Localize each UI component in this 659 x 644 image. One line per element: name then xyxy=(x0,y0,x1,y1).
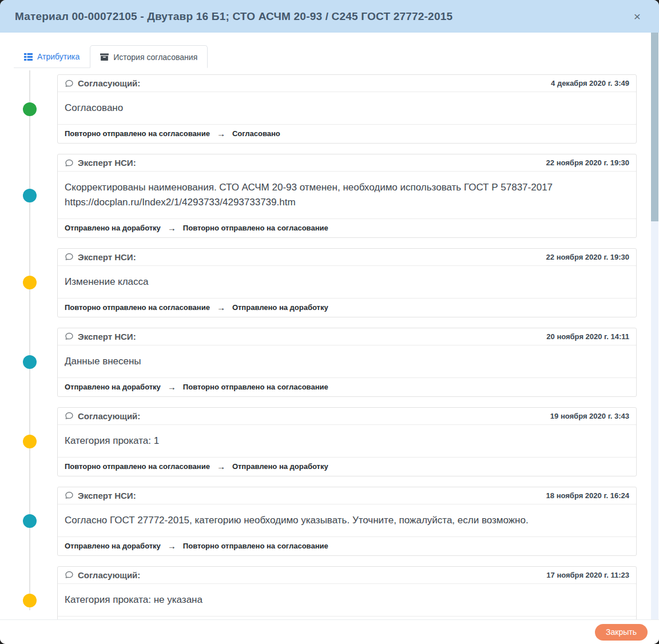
list-icon xyxy=(24,53,33,61)
status-to: Повторно отправлено на согласование xyxy=(183,542,328,550)
role-text: Эксперт НСИ: xyxy=(78,158,136,168)
tab-attributes[interactable]: Атрибутика xyxy=(14,45,90,67)
history-card: Согласующий: 19 ноября 2020 г. 3:43 Кате… xyxy=(57,407,637,476)
comment-icon xyxy=(65,570,74,579)
timestamp: 22 ноября 2020 г. 19:30 xyxy=(546,253,629,261)
scrollbar-thumb[interactable] xyxy=(651,33,658,221)
history-entry: Эксперт НСИ: 22 ноября 2020 г. 19:30 Ско… xyxy=(57,154,637,238)
history-entry: Согласующий: 4 декабря 2020 г. 3:49 Согл… xyxy=(57,74,637,144)
comment-icon xyxy=(65,332,74,341)
status-from: Отправлено на доработку xyxy=(65,383,161,391)
card-header: Эксперт НСИ: 22 ноября 2020 г. 19:30 xyxy=(58,249,636,266)
history-entries: Согласующий: 4 декабря 2020 г. 3:49 Согл… xyxy=(57,74,637,619)
comment-text: Изменение класса xyxy=(58,266,636,298)
role-label: Эксперт НСИ: xyxy=(65,252,136,262)
modal-footer: Закрыть xyxy=(0,619,659,644)
arrow-right-icon: → xyxy=(217,462,225,471)
card-header: Согласующий: 17 ноября 2020 г. 11:23 xyxy=(58,567,636,584)
arrow-right-icon: → xyxy=(217,303,225,312)
comment-icon xyxy=(65,411,74,420)
history-entry: Эксперт НСИ: 18 ноября 2020 г. 16:24 Сог… xyxy=(57,487,637,556)
history-card: Согласующий: 17 ноября 2020 г. 11:23 Кат… xyxy=(57,566,637,619)
comment-text: Категория проката: не указана xyxy=(58,584,636,616)
history-entry: Эксперт НСИ: 22 ноября 2020 г. 19:30 Изм… xyxy=(57,248,637,317)
history-card: Эксперт НСИ: 22 ноября 2020 г. 19:30 Изм… xyxy=(57,248,637,317)
history-timeline: Согласующий: 4 декабря 2020 г. 3:49 Согл… xyxy=(0,68,659,619)
status-dot xyxy=(23,189,37,202)
history-card: Согласующий: 4 декабря 2020 г. 3:49 Согл… xyxy=(57,74,637,144)
history-entry: Согласующий: 17 ноября 2020 г. 11:23 Кат… xyxy=(57,566,637,619)
timestamp: 20 ноября 2020 г. 14:11 xyxy=(546,332,629,341)
arrow-right-icon: → xyxy=(217,129,225,138)
comment-text: Категория проката: 1 xyxy=(58,425,636,457)
role-text: Согласующий: xyxy=(78,411,140,421)
timestamp: 18 ноября 2020 г. 16:24 xyxy=(546,491,629,500)
modal-header: Материал 00-00072105 - Двутавр 16 Б1; СТ… xyxy=(0,0,659,33)
status-from: Повторно отправлено на согласование xyxy=(65,462,210,471)
timestamp: 19 ноября 2020 г. 3:43 xyxy=(550,412,629,420)
status-to: Повторно отправлено на согласование xyxy=(183,224,328,232)
role-label: Согласующий: xyxy=(65,570,140,580)
status-from: Повторно отправлено на согласование xyxy=(65,303,210,312)
role-label: Эксперт НСИ: xyxy=(65,332,136,341)
arrow-right-icon: → xyxy=(168,541,176,551)
status-to: Отправлено на доработку xyxy=(232,462,328,471)
status-from: Повторно отправлено на согласование xyxy=(65,129,210,138)
role-label: Эксперт НСИ: xyxy=(65,158,136,168)
role-label: Эксперт НСИ: xyxy=(65,491,136,500)
comment-icon xyxy=(65,252,74,261)
tab-history-label: История согласования xyxy=(113,53,197,62)
tab-attributes-label: Атрибутика xyxy=(37,52,80,61)
status-to: Отправлено на доработку xyxy=(232,303,328,312)
status-dot xyxy=(23,594,37,607)
status-from: Отправлено на доработку xyxy=(65,542,161,550)
role-text: Эксперт НСИ: xyxy=(78,491,136,500)
card-header: Эксперт НСИ: 18 ноября 2020 г. 16:24 xyxy=(58,487,636,504)
arrow-right-icon: → xyxy=(168,223,176,233)
timeline-line xyxy=(29,70,30,610)
scrollbar[interactable] xyxy=(651,33,658,619)
role-text: Согласующий: xyxy=(78,78,140,88)
comment-icon xyxy=(65,491,74,500)
close-button[interactable]: Закрыть xyxy=(595,624,648,641)
status-transition: Повторно отправлено на согласование → От… xyxy=(58,457,636,476)
close-icon[interactable]: × xyxy=(630,9,644,23)
archive-icon xyxy=(100,53,109,61)
status-dot xyxy=(23,435,37,448)
card-header: Эксперт НСИ: 22 ноября 2020 г. 19:30 xyxy=(58,154,636,172)
comment-icon xyxy=(65,158,74,168)
role-label: Согласующий: xyxy=(65,411,140,421)
material-modal: Материал 00-00072105 - Двутавр 16 Б1; СТ… xyxy=(0,0,659,644)
status-transition: Повторно отправлено на согласование → Со… xyxy=(58,124,636,143)
status-transition: Повторно отправлено на согласование → От… xyxy=(58,298,636,317)
status-from: Отправлено на доработку xyxy=(65,224,161,232)
status-transition: Отправлено на доработку → Повторно отпра… xyxy=(58,536,636,555)
timestamp: 22 ноября 2020 г. 19:30 xyxy=(546,158,629,167)
status-to: Согласовано xyxy=(232,129,280,138)
comment-text: Скорректированы наименования. СТО АСЧМ 2… xyxy=(58,172,636,218)
role-text: Эксперт НСИ: xyxy=(78,252,136,262)
history-card: Эксперт НСИ: 20 ноября 2020 г. 14:11 Дан… xyxy=(57,328,637,397)
card-header: Согласующий: 4 декабря 2020 г. 3:49 xyxy=(58,75,636,92)
comment-text: Согласно ГОСТ 27772-2015, категорию необ… xyxy=(58,504,636,536)
arrow-right-icon: → xyxy=(168,382,176,392)
timestamp: 17 ноября 2020 г. 11:23 xyxy=(546,571,629,579)
role-text: Согласующий: xyxy=(78,570,140,580)
comment-text: Согласовано xyxy=(58,92,636,124)
status-dot xyxy=(23,102,37,116)
history-card: Эксперт НСИ: 18 ноября 2020 г. 16:24 Сог… xyxy=(57,487,637,556)
role-text: Эксперт НСИ: xyxy=(78,332,136,341)
status-to: Повторно отправлено на согласование xyxy=(183,383,328,391)
status-transition: Отправлено на доработку → Повторно отпра… xyxy=(58,218,636,237)
card-header: Эксперт НСИ: 20 ноября 2020 г. 14:11 xyxy=(58,328,636,345)
history-card: Эксперт НСИ: 22 ноября 2020 г. 19:30 Ско… xyxy=(57,154,637,238)
timestamp: 4 декабря 2020 г. 3:49 xyxy=(551,79,629,88)
comment-text: Данные внесены xyxy=(58,345,636,377)
comment-icon xyxy=(65,79,74,88)
history-entry: Согласующий: 19 ноября 2020 г. 3:43 Кате… xyxy=(57,407,637,476)
status-transition: Отправлено на доработку → Повторно отпра… xyxy=(58,377,636,396)
card-header: Согласующий: 19 ноября 2020 г. 3:43 xyxy=(58,408,636,425)
modal-title: Материал 00-00072105 - Двутавр 16 Б1; СТ… xyxy=(15,10,452,23)
status-dot xyxy=(23,355,37,369)
tab-history[interactable]: История согласования xyxy=(90,45,208,68)
